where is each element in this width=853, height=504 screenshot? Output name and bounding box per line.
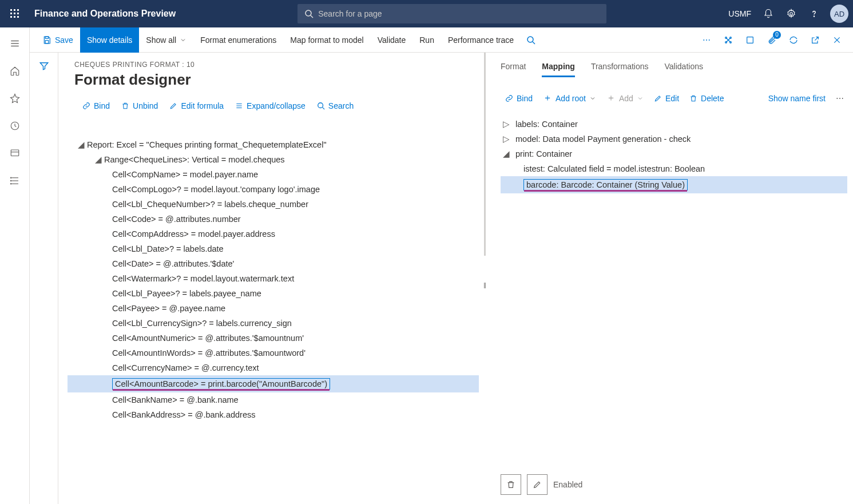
gear-icon[interactable] bbox=[781, 3, 802, 24]
show-all-button[interactable]: Show all bbox=[139, 27, 193, 28]
bell-icon[interactable] bbox=[758, 3, 779, 24]
app-title: Finance and Operations Preview bbox=[34, 9, 176, 19]
svg-rect-1 bbox=[14, 9, 15, 11]
map-format-button[interactable]: Map format to model bbox=[283, 27, 370, 28]
svg-point-11 bbox=[790, 13, 793, 15]
svg-point-12 bbox=[814, 16, 814, 17]
svg-point-9 bbox=[306, 10, 311, 16]
waffle-icon[interactable] bbox=[5, 3, 25, 24]
svg-rect-2 bbox=[17, 9, 19, 11]
svg-rect-0 bbox=[10, 9, 12, 11]
format-enumerations-button[interactable]: Format enumerations bbox=[193, 27, 283, 28]
performance-trace-button[interactable]: Performance trace bbox=[441, 27, 521, 28]
svg-rect-5 bbox=[17, 13, 19, 14]
help-icon[interactable] bbox=[804, 3, 824, 24]
avatar[interactable]: AD bbox=[830, 5, 848, 23]
company-label[interactable]: USMF bbox=[728, 9, 751, 18]
search-input[interactable] bbox=[318, 9, 600, 18]
validate-button[interactable]: Validate bbox=[371, 27, 413, 28]
global-search[interactable] bbox=[297, 4, 606, 23]
save-button[interactable]: Save bbox=[35, 27, 80, 28]
svg-line-10 bbox=[311, 15, 313, 18]
search-icon bbox=[304, 9, 314, 18]
svg-rect-8 bbox=[17, 16, 19, 18]
svg-rect-6 bbox=[10, 16, 12, 18]
svg-rect-4 bbox=[14, 13, 15, 14]
svg-rect-3 bbox=[10, 13, 12, 14]
svg-rect-7 bbox=[14, 16, 15, 18]
show-details-button[interactable]: Show details bbox=[80, 27, 139, 28]
run-button[interactable]: Run bbox=[412, 27, 441, 28]
